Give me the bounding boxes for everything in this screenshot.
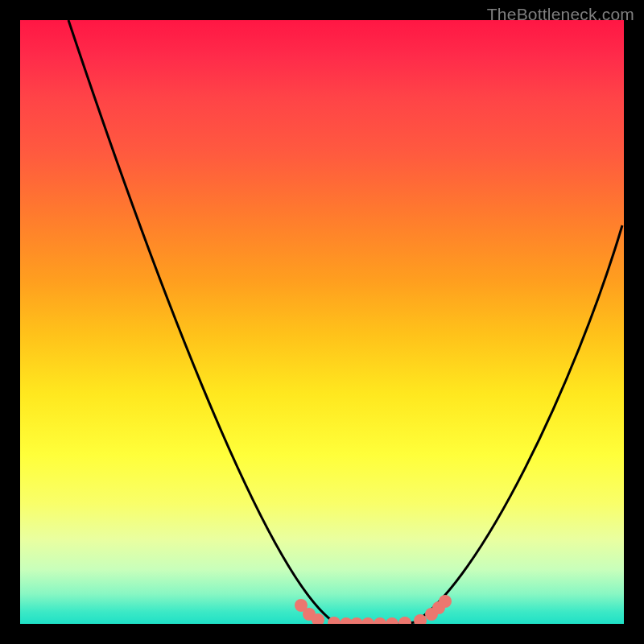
site-watermark: TheBottleneck.com <box>487 5 634 24</box>
chart-frame-border <box>0 0 644 644</box>
